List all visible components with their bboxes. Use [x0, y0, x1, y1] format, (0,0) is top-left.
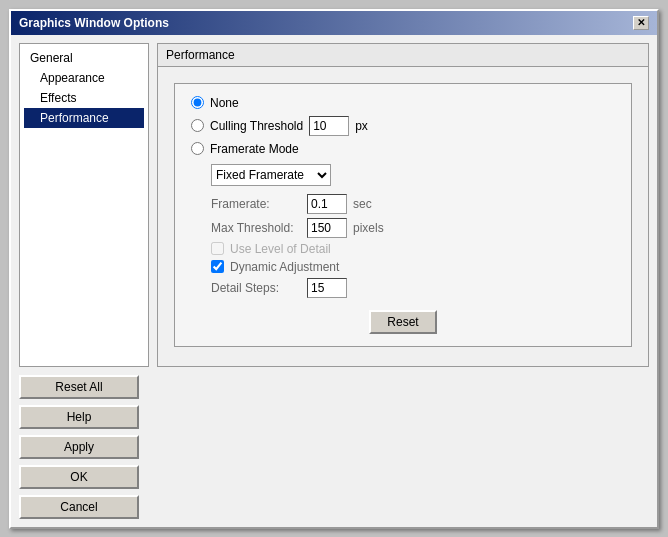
use-lod-checkbox[interactable] [211, 242, 224, 255]
framerate-section: Fixed Framerate Framerate: sec Max Thres… [191, 164, 615, 298]
dynamic-adj-row: Dynamic Adjustment [211, 260, 615, 274]
ok-button[interactable]: OK [19, 465, 139, 489]
footer-left-buttons: Reset All Help Apply OK Cancel [19, 375, 149, 519]
max-threshold-unit: pixels [353, 221, 384, 235]
dialog-title: Graphics Window Options [19, 16, 169, 30]
sidebar-item-appearance[interactable]: Appearance [24, 68, 144, 88]
options-group: None Culling Threshold px Framerate Mode [174, 83, 632, 347]
detail-steps-label: Detail Steps: [211, 281, 301, 295]
framerate-dropdown[interactable]: Fixed Framerate [211, 164, 331, 186]
none-radio-label[interactable]: None [210, 96, 239, 110]
cancel-button[interactable]: Cancel [19, 495, 139, 519]
max-threshold-label: Max Threshold: [211, 221, 301, 235]
framerate-radio-row: Framerate Mode [191, 142, 615, 156]
culling-threshold-input[interactable] [309, 116, 349, 136]
sidebar-item-general[interactable]: General [24, 48, 144, 68]
framerate-param-label: Framerate: [211, 197, 301, 211]
none-radio-row: None [191, 96, 615, 110]
dialog-body: General Appearance Effects Performance P… [11, 35, 657, 375]
section-header: Performance [158, 44, 648, 67]
max-threshold-row: Max Threshold: pixels [211, 218, 615, 238]
detail-steps-input[interactable] [307, 278, 347, 298]
reset-all-button[interactable]: Reset All [19, 375, 139, 399]
reset-row: Reset [191, 310, 615, 334]
use-lod-label: Use Level of Detail [230, 242, 331, 256]
culling-radio-label[interactable]: Culling Threshold [210, 119, 303, 133]
use-lod-row: Use Level of Detail [211, 242, 615, 256]
max-threshold-input[interactable] [307, 218, 347, 238]
dialog-window: Graphics Window Options ✕ General Appear… [9, 9, 659, 529]
close-button[interactable]: ✕ [633, 16, 649, 30]
culling-radio[interactable] [191, 119, 204, 132]
section-body: None Culling Threshold px Framerate Mode [158, 67, 648, 366]
culling-radio-row: Culling Threshold px [191, 116, 615, 136]
none-radio[interactable] [191, 96, 204, 109]
apply-button[interactable]: Apply [19, 435, 139, 459]
culling-unit-label: px [355, 119, 368, 133]
help-button[interactable]: Help [19, 405, 139, 429]
detail-steps-row: Detail Steps: [211, 278, 615, 298]
title-bar: Graphics Window Options ✕ [11, 11, 657, 35]
content-area: Performance None Culling Threshold px [157, 43, 649, 367]
framerate-param-row: Framerate: sec [211, 194, 615, 214]
framerate-radio-label[interactable]: Framerate Mode [210, 142, 299, 156]
reset-button[interactable]: Reset [369, 310, 436, 334]
framerate-radio[interactable] [191, 142, 204, 155]
dynamic-adj-checkbox[interactable] [211, 260, 224, 273]
dynamic-adj-label: Dynamic Adjustment [230, 260, 339, 274]
dropdown-row: Fixed Framerate [211, 164, 615, 186]
sidebar-item-performance[interactable]: Performance [24, 108, 144, 128]
framerate-unit: sec [353, 197, 372, 211]
sidebar-item-effects[interactable]: Effects [24, 88, 144, 108]
dialog-footer: Reset All Help Apply OK Cancel [11, 375, 657, 527]
framerate-input[interactable] [307, 194, 347, 214]
sidebar: General Appearance Effects Performance [19, 43, 149, 367]
